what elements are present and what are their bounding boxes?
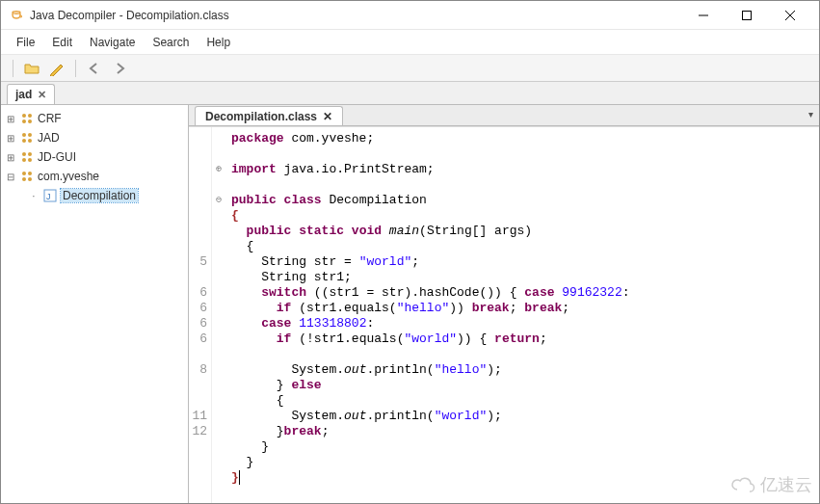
tab-menu-icon[interactable]: ▾ — [808, 109, 813, 119]
expand-icon[interactable]: ⊞ — [5, 114, 16, 124]
svg-point-0 — [13, 11, 20, 13]
menu-file[interactable]: File — [9, 33, 42, 52]
menu-search[interactable]: Search — [145, 33, 197, 52]
maximize-button[interactable] — [725, 2, 768, 29]
expand-icon[interactable]: ⊞ — [5, 152, 16, 163]
svg-point-13 — [22, 152, 26, 156]
menubar: File Edit Navigate Search Help — [1, 30, 819, 55]
tree-node-comyveshe[interactable]: ⊟ com.yveshe — [1, 167, 188, 186]
tree-label: CRF — [38, 112, 62, 125]
app-window: Java Decompiler - Decompilation.class Fi… — [0, 0, 820, 504]
svg-point-11 — [22, 139, 26, 143]
line-gutter: 5 6 6 6 6 8 11 12 — [189, 127, 212, 503]
package-icon — [20, 112, 34, 125]
collapse-icon[interactable]: ⊟ — [5, 172, 16, 182]
back-icon[interactable] — [84, 58, 105, 79]
file-tab-label: Decompilation.class — [205, 110, 317, 123]
close-icon[interactable]: ✕ — [323, 110, 332, 123]
package-icon — [20, 150, 34, 164]
svg-rect-2 — [742, 11, 751, 19]
svg-point-6 — [28, 114, 32, 118]
tab-label: jad — [15, 88, 32, 101]
code-editor[interactable]: 5 6 6 6 6 8 11 12 ⊕ ⊖ package com.yveshe… — [189, 126, 819, 503]
leaf-icon: · — [28, 191, 40, 201]
tree-node-crf[interactable]: ⊞ CRF — [1, 109, 188, 128]
tree-node-decompilation[interactable]: · J Decompilation — [1, 186, 188, 205]
svg-point-14 — [28, 152, 32, 156]
svg-point-18 — [28, 172, 32, 175]
svg-point-17 — [22, 172, 26, 175]
open-file-icon[interactable] — [21, 58, 42, 79]
svg-point-5 — [22, 114, 26, 118]
tree-node-jdgui[interactable]: ⊞ JD-GUI — [1, 147, 188, 167]
sidebar-tree[interactable]: ⊞ CRF ⊞ JAD ⊞ JD-GUI ⊟ com.yvesh — [1, 105, 189, 503]
tree-label: com.yveshe — [38, 170, 99, 183]
menu-edit[interactable]: Edit — [44, 33, 80, 52]
toolbar-separator — [75, 60, 76, 77]
package-icon — [20, 131, 34, 145]
file-tabbar: Decompilation.class ✕ ▾ — [189, 105, 819, 126]
window-title: Java Decompiler - Decompilation.class — [30, 9, 681, 22]
content-area: ⊞ CRF ⊞ JAD ⊞ JD-GUI ⊟ com.yvesh — [1, 105, 819, 503]
close-icon[interactable]: ✕ — [38, 89, 46, 101]
svg-point-15 — [22, 158, 26, 162]
file-tab-decompilation[interactable]: Decompilation.class ✕ — [195, 106, 343, 125]
toolbar — [1, 55, 819, 82]
expand-icon[interactable]: ⊞ — [5, 133, 16, 144]
svg-point-10 — [28, 133, 32, 137]
window-controls — [681, 2, 811, 29]
project-tabbar: jad ✕ — [1, 82, 819, 105]
project-tab-jad[interactable]: jad ✕ — [7, 84, 55, 104]
save-icon[interactable] — [46, 58, 67, 79]
minimize-button[interactable] — [681, 2, 725, 29]
svg-point-20 — [28, 177, 32, 181]
class-file-icon: J — [43, 189, 57, 202]
app-icon — [9, 8, 24, 23]
editor-pane: Decompilation.class ✕ ▾ 5 6 6 6 6 8 11 1… — [189, 105, 819, 503]
svg-point-19 — [22, 177, 26, 181]
close-button[interactable] — [768, 2, 811, 29]
tree-label: JAD — [38, 131, 60, 145]
tree-label: JD-GUI — [38, 150, 76, 164]
svg-point-12 — [28, 139, 32, 143]
svg-point-16 — [28, 158, 32, 162]
menu-help[interactable]: Help — [198, 33, 238, 52]
code-area[interactable]: package com.yveshe; import java.io.Print… — [225, 127, 819, 503]
toolbar-separator — [13, 60, 13, 77]
tree-node-jad[interactable]: ⊞ JAD — [1, 128, 188, 147]
tree-label: Decompilation — [61, 189, 138, 202]
forward-icon[interactable] — [109, 58, 130, 79]
fold-column[interactable]: ⊕ ⊖ — [212, 127, 225, 503]
svg-point-8 — [28, 119, 32, 123]
menu-navigate[interactable]: Navigate — [82, 33, 143, 52]
titlebar: Java Decompiler - Decompilation.class — [1, 1, 819, 30]
svg-text:J: J — [46, 192, 51, 201]
svg-point-7 — [22, 119, 26, 123]
svg-point-9 — [22, 133, 26, 137]
package-icon — [20, 170, 34, 183]
